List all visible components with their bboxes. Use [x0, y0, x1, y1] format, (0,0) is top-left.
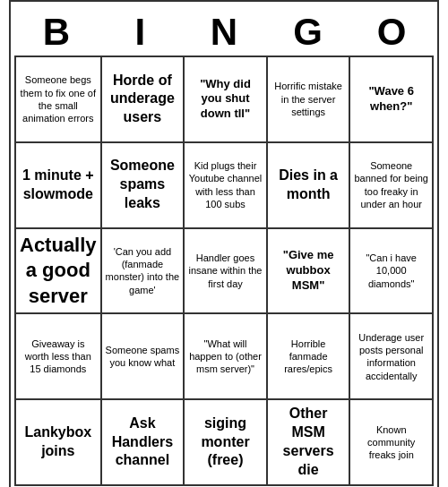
cell-1-0: 1 minute + slowmode	[16, 143, 102, 229]
cell-4-1: Ask Handlers channel	[102, 400, 185, 486]
cell-4-2: siging monter (free)	[185, 400, 268, 486]
cell-0-2: "Why did you shut down tll"	[185, 57, 268, 143]
cell-2-3: "Give me wubbox MSM"	[268, 229, 351, 315]
letter-i: I	[106, 11, 174, 54]
letter-n: N	[190, 11, 258, 54]
cell-3-2: "What will happen to (other msm server)"	[185, 314, 268, 400]
cell-2-2: Handler goes insane within the first day	[185, 229, 268, 315]
bingo-card: B I N G O Someone begs them to fix one o…	[9, 0, 439, 487]
cell-0-3: Horrific mistake in the server settings	[268, 57, 351, 143]
cell-4-3: Other MSM servers die	[268, 400, 351, 486]
cell-3-1: Someone spams you know what	[102, 314, 185, 400]
letter-g: G	[274, 11, 342, 54]
cell-4-4: Known community freaks join	[350, 400, 434, 486]
cell-0-0: Someone begs them to fix one of the smal…	[16, 57, 102, 143]
cell-3-4: Underage user posts personal information…	[350, 314, 434, 400]
cell-1-2: Kid plugs their Youtube channel with les…	[185, 143, 268, 229]
letter-b: B	[22, 11, 90, 54]
cell-1-1: Someone spams leaks	[102, 143, 185, 229]
cell-4-0: Lankybox joins	[16, 400, 102, 486]
cell-0-1: Horde of underage users	[102, 57, 185, 143]
letter-o: O	[358, 11, 426, 54]
bingo-grid: Someone begs them to fix one of the smal…	[14, 56, 434, 486]
cell-3-0: Giveaway is worth less than 15 diamonds	[16, 314, 102, 400]
cell-1-4: Someone banned for being too freaky in u…	[350, 143, 434, 229]
cell-2-0: Actually a good server	[16, 229, 102, 315]
cell-0-4: "Wave 6 when?"	[350, 57, 434, 143]
cell-2-1: 'Can you add (fanmade monster) into the …	[102, 229, 185, 315]
cell-2-4: "Can i have 10,000 diamonds"	[350, 229, 434, 315]
cell-1-3: Dies in a month	[268, 143, 351, 229]
bingo-title: B I N G O	[14, 5, 434, 56]
cell-3-3: Horrible fanmade rares/epics	[268, 314, 351, 400]
